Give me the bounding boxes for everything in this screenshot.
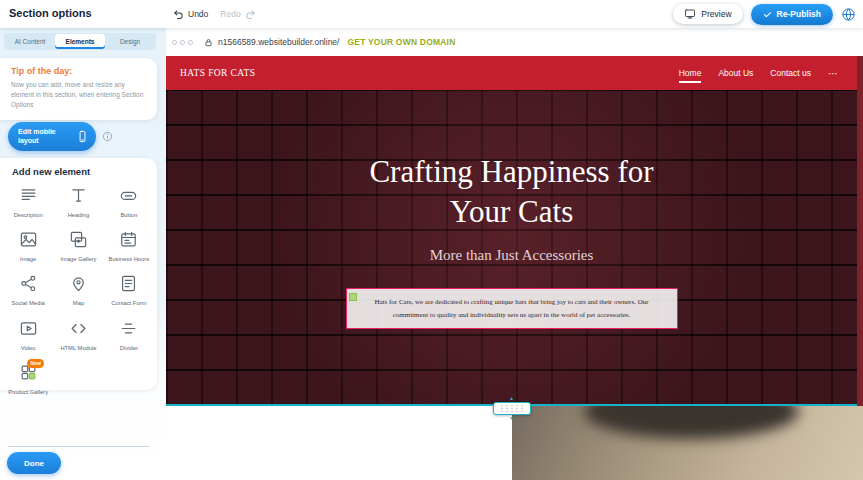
add-element-panel: Add new element Description Heading Butt… [0,158,157,390]
republish-label: Re-Publish [777,9,821,19]
element-item-label: Divider [120,345,138,352]
site-nav: Home About Us Contact us ⋯ [679,65,838,82]
undo-button[interactable]: Undo [173,9,208,20]
element-item-html-module[interactable]: HTML Module [53,317,103,354]
text-lines-icon [19,186,38,209]
element-item-label: Business Hours [109,256,150,263]
image-icon [19,230,38,253]
topbar: Section options Undo Redo Preview [0,0,863,28]
element-item-label: Product Gallery [8,389,48,396]
nav-about-us[interactable]: About Us [718,65,753,81]
site-url: n1566589.websitebuilder.online/ [218,37,339,47]
element-item-social-media[interactable]: Social Media [3,272,53,309]
button-icon [119,186,138,209]
window-dot [172,40,177,45]
tab-elements[interactable]: Elements [55,34,105,49]
history-controls: Undo Redo [173,0,256,28]
element-item-label: Heading [68,212,90,219]
element-item-video[interactable]: Video [3,317,53,354]
nav-overflow-icon[interactable]: ⋯ [828,65,838,82]
done-button[interactable]: Done [7,452,61,474]
element-item-label: Button [120,212,137,219]
sidebar-tabs: AI Content Elements Design [4,33,156,50]
image-gallery-icon [69,230,88,253]
arrow-up-icon: ▲ [509,395,514,402]
site-header: HATS FOR CATS Home About Us Contact us ⋯ [166,56,857,90]
element-item-button[interactable]: Button [104,184,154,221]
republish-button[interactable]: Re-Publish [751,4,833,25]
info-icon[interactable] [102,131,113,142]
element-item-image[interactable]: Image [3,228,53,265]
element-item-product-gallery[interactable]: New Product Gallery [3,361,53,398]
tip-card: Tip of the day: Now you can add, move an… [0,58,157,120]
tab-design[interactable]: Design [105,34,155,49]
redo-button[interactable]: Redo [220,9,255,20]
tip-title: Tip of the day: [11,66,146,76]
divider-icon [119,319,138,342]
app-root: Section options Undo Redo Preview [0,0,863,480]
preview-scrollbar[interactable] [857,56,863,406]
topbar-actions: Preview Re-Publish [673,0,856,28]
site-preview: n1566589.websitebuilder.online/ GET YOUR… [166,28,863,480]
section-drag-handle[interactable]: ▲ ▼ [493,395,531,422]
map-pin-icon [69,274,88,297]
hero-heading[interactable]: Crafting Happiness for Your Cats [352,152,672,233]
hero-subheading[interactable]: More than Just Accessories [430,247,594,264]
element-item-label: Video [21,345,36,352]
business-hours-icon [119,230,138,253]
preview-monitor-icon [684,8,696,20]
element-grid: Description Heading Button Image Image G… [3,184,154,398]
next-section-blank [166,406,512,480]
element-item-heading[interactable]: Heading [53,184,103,221]
edit-mobile-label: Edit mobile layout [18,128,71,146]
check-icon [763,10,772,19]
hero-section: Crafting Happiness for Your Cats More th… [166,90,857,406]
contact-form-icon [119,274,138,297]
tab-ai-content[interactable]: AI Content [5,34,55,49]
site-frame: HATS FOR CATS Home About Us Contact us ⋯… [166,56,857,406]
new-badge: New [27,359,44,368]
undo-label: Undo [188,9,208,19]
video-icon [19,319,38,342]
redo-label: Redo [220,9,240,19]
element-item-label: Social Media [12,300,45,307]
element-item-description[interactable]: Description [3,184,53,221]
element-item-label: Map [73,300,84,307]
site-logo: HATS FOR CATS [180,68,255,78]
sidebar-divider [8,446,149,447]
window-dot [180,40,185,45]
nav-contact-us[interactable]: Contact us [770,65,811,81]
drag-handle-pill [493,402,531,415]
globe-icon[interactable] [841,7,856,22]
element-item-divider[interactable]: Divider [104,317,154,354]
drag-dots-icon [501,405,523,412]
browser-bar: n1566589.websitebuilder.online/ GET YOUR… [166,28,863,56]
get-domain-link[interactable]: GET YOUR OWN DOMAIN [347,37,455,47]
tip-body: Now you can add, move and resize any ele… [11,80,146,110]
resize-handle[interactable] [349,293,357,301]
page-title: Section options [9,7,92,19]
html-code-icon [69,319,88,342]
cat-photo [512,406,863,480]
nav-home[interactable]: Home [679,65,702,81]
selected-text-element[interactable]: Hats for Cats, we are dedicated to craft… [346,288,678,330]
heading-icon [69,186,88,209]
element-item-label: Image [20,256,36,263]
hero-paragraph: Hats for Cats, we are dedicated to craft… [357,296,667,322]
sidebar: AI Content Elements Design Tip of the da… [0,28,166,480]
preview-label: Preview [701,9,731,19]
element-item-map[interactable]: Map [53,272,103,309]
window-dot [188,40,193,45]
add-element-title: Add new element [12,166,154,177]
edit-mobile-layout-button[interactable]: Edit mobile layout [8,122,96,151]
element-item-label: Image Gallery [60,256,96,263]
undo-icon [173,9,184,20]
element-item-label: Description [14,212,43,219]
element-item-image-gallery[interactable]: Image Gallery [53,228,103,265]
arrow-down-icon: ▼ [509,415,514,422]
element-item-business-hours[interactable]: Business Hours [104,228,154,265]
preview-button[interactable]: Preview [673,4,742,24]
lock-icon [204,38,213,47]
cat-silhouette [584,406,799,439]
element-item-contact-form[interactable]: Contact Form [104,272,154,309]
